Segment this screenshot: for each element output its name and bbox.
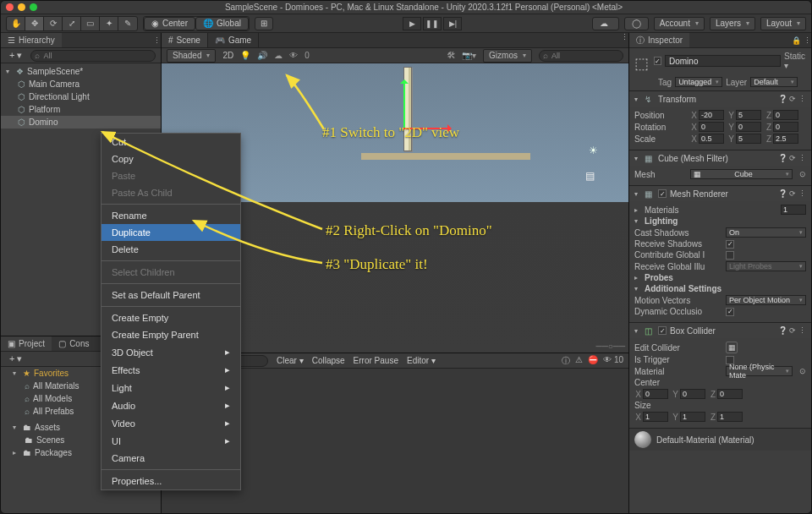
scene-overlay-slider[interactable]: ──○── (596, 342, 625, 351)
add-settings-label[interactable]: Additional Settings (645, 284, 721, 293)
ctx-properties[interactable]: Properties... (102, 473, 240, 489)
transform-header[interactable]: ▾↯Transform❔ ⟳ ⋮ (629, 91, 811, 107)
size-z-field[interactable] (717, 412, 743, 422)
pos-z-field[interactable] (773, 110, 798, 120)
scl-x-field[interactable] (699, 134, 724, 144)
hierarchy-tab[interactable]: ☰ Hierarchy (1, 33, 62, 47)
ctx-ui[interactable]: UI▸ (102, 432, 240, 450)
play-button[interactable]: ▶ (403, 17, 421, 30)
handle-rotation-toggle[interactable]: 🌐 Global (195, 17, 249, 30)
scene-fx-icon[interactable]: ☁ (274, 51, 283, 60)
gizmo-y-axis-icon[interactable] (403, 80, 405, 128)
cast-shadows-dropdown[interactable]: On (726, 227, 806, 238)
ctx-effects[interactable]: Effects▸ (102, 361, 240, 379)
rect-tool-icon[interactable]: ▭ (81, 17, 100, 30)
hierarchy-search[interactable]: All (30, 50, 156, 62)
materials-count[interactable] (781, 205, 806, 215)
scl-z-field[interactable] (773, 134, 798, 144)
rot-x-field[interactable] (699, 122, 724, 132)
ctx-default-parent[interactable]: Set as Default Parent (102, 287, 240, 303)
gameobject-icon[interactable]: ⬚ (634, 52, 649, 75)
meshfilter-header[interactable]: ▾▦Cube (Mesh Filter)❔ ⟳ ⋮ (629, 150, 811, 166)
console-hidden-icon[interactable]: 👁 10 (603, 355, 623, 367)
multi-tool-icon[interactable]: ✦ (100, 17, 118, 30)
scene-root[interactable]: ▾❖ SampleScene* (1, 65, 161, 78)
ctx-cut[interactable]: Cut (102, 134, 240, 150)
camera-gizmo-icon[interactable]: ▤ (585, 170, 595, 182)
size-y-field[interactable] (680, 412, 705, 422)
project-tab[interactable]: ▣ Project (1, 336, 52, 351)
account-dropdown[interactable]: Account (654, 17, 705, 30)
scl-y-field[interactable] (736, 134, 761, 144)
center-x-field[interactable] (643, 389, 668, 399)
gameobject-name-field[interactable] (665, 55, 781, 67)
gizmos-dropdown[interactable]: Gizmos (483, 49, 532, 63)
tag-dropdown[interactable]: Untagged (675, 77, 722, 87)
ctx-delete[interactable]: Delete (102, 241, 240, 258)
scene-camera-icon[interactable]: 📷▾ (462, 51, 476, 60)
console-info-icon[interactable]: ⓘ (562, 355, 570, 367)
motion-vectors-dropdown[interactable]: Per Object Motion (726, 295, 806, 305)
step-button[interactable]: ▶| (443, 17, 462, 30)
scene-search[interactable]: All (539, 50, 623, 62)
center-z-field[interactable] (717, 389, 743, 399)
active-checkbox[interactable]: ✓ (654, 57, 661, 65)
rot-z-field[interactable] (773, 122, 798, 132)
console-editor-dropdown[interactable]: Editor ▾ (407, 356, 436, 365)
game-tab[interactable]: 🎮 Game (208, 33, 259, 47)
traffic-close-icon[interactable] (6, 3, 14, 11)
console-collapse-button[interactable]: Collapse (312, 356, 345, 365)
pos-y-field[interactable] (736, 110, 761, 120)
scale-tool-icon[interactable]: ⤢ (63, 17, 81, 30)
ctx-copy[interactable]: Copy (102, 150, 240, 167)
console-errorpause-button[interactable]: Error Pause (354, 356, 398, 365)
hierarchy-item-platform[interactable]: ⬡ Platform (1, 103, 161, 116)
phys-mat-field[interactable]: None (Physic Mate (726, 366, 793, 376)
center-y-field[interactable] (680, 389, 705, 399)
dyn-occ-check[interactable]: ✓ (726, 308, 734, 316)
mesh-field[interactable]: ▦ Cube (690, 169, 793, 179)
ctx-camera[interactable]: Camera (102, 450, 240, 467)
ctx-duplicate[interactable]: Duplicate (102, 224, 240, 241)
hand-tool-icon[interactable]: ✋ (7, 17, 25, 30)
console-error-icon[interactable]: ⛔ (588, 355, 598, 367)
layer-dropdown[interactable]: Default (750, 77, 798, 87)
size-x-field[interactable] (643, 412, 668, 422)
ctx-create-empty-parent[interactable]: Create Empty Parent (102, 326, 240, 343)
static-dropdown[interactable]: Static ▾ (784, 52, 806, 70)
edit-collider-button[interactable]: ▦ (726, 342, 738, 353)
hierarchy-item-camera[interactable]: ⬡ Main Camera (1, 78, 161, 90)
scene-tab-menu-icon[interactable]: ⋮ (621, 33, 628, 47)
contribute-gi-check[interactable] (726, 251, 734, 260)
hierarchy-menu-icon[interactable]: ⋮ (153, 36, 161, 45)
snap-toggle-icon[interactable]: ⊞ (255, 17, 273, 30)
probes-label[interactable]: Probes (645, 273, 673, 282)
collab-button[interactable]: ◯ (624, 17, 649, 30)
layers-dropdown[interactable]: Layers (710, 17, 755, 30)
lighting-label[interactable]: Lighting (645, 216, 678, 226)
hierarchy-item-light[interactable]: ⬡ Directional Light (1, 90, 161, 103)
ctx-3d-object[interactable]: 3D Object▸ (102, 343, 240, 361)
ctx-audio[interactable]: Audio▸ (102, 396, 240, 414)
project-create-dropdown[interactable]: + ▾ (6, 353, 25, 364)
ctx-rename[interactable]: Rename (102, 207, 240, 224)
light-gizmo-icon[interactable]: ☀ (589, 145, 598, 156)
console-clear-button[interactable]: Clear ▾ (277, 356, 304, 365)
scene-tools-icon[interactable]: 🛠 (447, 51, 455, 60)
pause-button[interactable]: ❚❚ (423, 17, 442, 30)
ctx-create-empty[interactable]: Create Empty (102, 309, 240, 326)
cloud-button[interactable]: ☁ (592, 17, 619, 30)
scene-lighting-icon[interactable]: 💡 (240, 51, 250, 60)
rot-y-field[interactable] (736, 122, 761, 132)
meshrenderer-header[interactable]: ▾▦✓Mesh Renderer❔ ⟳ ⋮ (629, 186, 811, 201)
move-tool-icon[interactable]: ✥ (25, 17, 44, 30)
custom-tool-icon[interactable]: ✎ (118, 17, 137, 30)
material-preview[interactable]: Default-Material (Material) (629, 428, 811, 451)
console-warn-icon[interactable]: ⚠ (575, 355, 583, 367)
traffic-max-icon[interactable] (30, 3, 37, 11)
hierarchy-create-dropdown[interactable]: + ▾ (6, 50, 25, 61)
traffic-min-icon[interactable] (18, 3, 25, 11)
console-tab-small[interactable]: ▢ Cons (52, 336, 96, 351)
hierarchy-item-domino[interactable]: ⬡ Domino (1, 116, 161, 128)
scene-hidden-icon[interactable]: 👁 (289, 51, 298, 60)
